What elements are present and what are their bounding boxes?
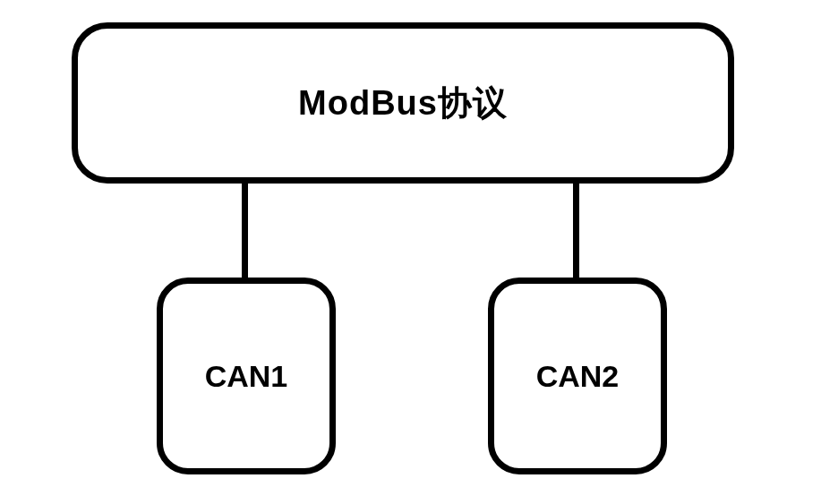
connector-line-right [573, 184, 579, 280]
can2-box: CAN2 [488, 278, 667, 474]
modbus-protocol-box: ModBus协议 [72, 22, 734, 184]
can1-label: CAN1 [205, 359, 288, 394]
can1-box: CAN1 [157, 278, 336, 474]
protocol-diagram: ModBus协议 CAN1 CAN2 [0, 0, 821, 504]
modbus-label: ModBus协议 [298, 81, 508, 126]
connector-line-left [242, 184, 248, 280]
can2-label: CAN2 [536, 359, 620, 394]
